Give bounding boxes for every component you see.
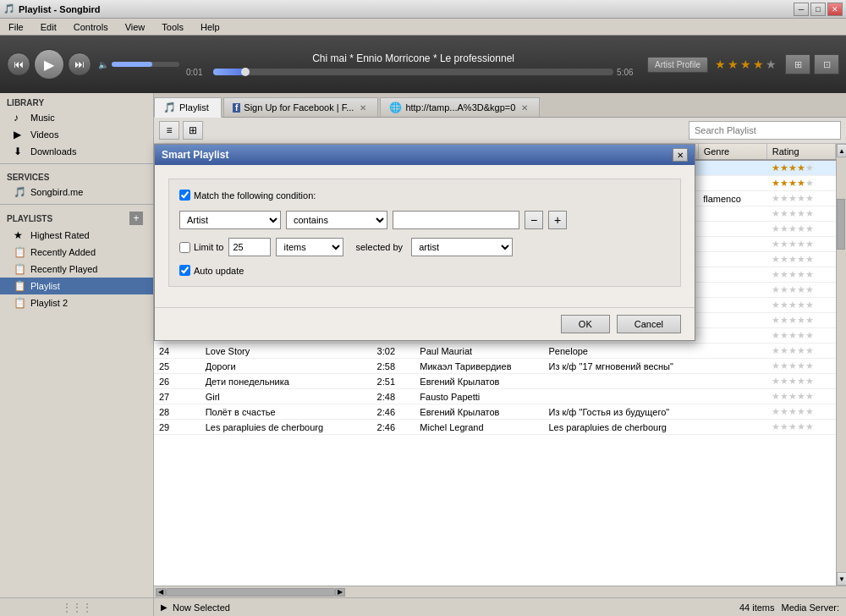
- limit-row: Limit to items minutes hours MB GB selec…: [179, 238, 670, 256]
- limit-to-label: Limit to: [194, 242, 223, 252]
- limit-value-input[interactable]: [228, 238, 271, 256]
- limit-unit-select[interactable]: items minutes hours MB GB: [276, 238, 343, 256]
- auto-update-row: Auto update: [179, 265, 670, 276]
- match-row: Match the following condition:: [179, 190, 670, 201]
- dialog-titlebar: Smart Playlist ✕: [155, 145, 695, 165]
- match-label: Match the following condition:: [194, 190, 316, 201]
- remove-condition-button[interactable]: −: [525, 211, 543, 229]
- dialog-overlay: Smart Playlist ✕ Match the following con…: [0, 0, 846, 616]
- condition-value-input[interactable]: [393, 211, 519, 229]
- auto-update-checkbox[interactable]: [179, 265, 190, 276]
- limit-checkbox-label[interactable]: Limit to: [179, 242, 223, 253]
- auto-update-text: Auto update: [194, 266, 244, 276]
- condition-field-select[interactable]: Artist Title Album Genre Rating: [179, 211, 281, 229]
- selected-by-label: selected by: [355, 242, 403, 252]
- condition-op-select[interactable]: contains is is not does not contain: [286, 211, 387, 229]
- dialog-footer: OK Cancel: [155, 307, 695, 340]
- limit-checkbox[interactable]: [179, 242, 190, 253]
- dialog-close-button[interactable]: ✕: [673, 148, 688, 162]
- match-checkbox[interactable]: [179, 190, 190, 201]
- smart-playlist-dialog: Smart Playlist ✕ Match the following con…: [154, 144, 695, 341]
- match-checkbox-label[interactable]: Match the following condition:: [179, 190, 316, 201]
- add-condition-button[interactable]: +: [548, 211, 567, 229]
- selected-by-select[interactable]: artist title album random highest rated: [411, 238, 513, 256]
- dialog-body: Match the following condition: Artist Ti…: [155, 165, 695, 307]
- condition-row: Artist Title Album Genre Rating contains…: [179, 211, 670, 229]
- dialog-title: Smart Playlist: [162, 149, 228, 161]
- dialog-ok-button[interactable]: OK: [561, 315, 610, 333]
- dialog-cancel-button[interactable]: Cancel: [617, 315, 681, 333]
- dialog-section: Match the following condition: Artist Ti…: [168, 179, 681, 287]
- auto-update-label[interactable]: Auto update: [179, 265, 244, 276]
